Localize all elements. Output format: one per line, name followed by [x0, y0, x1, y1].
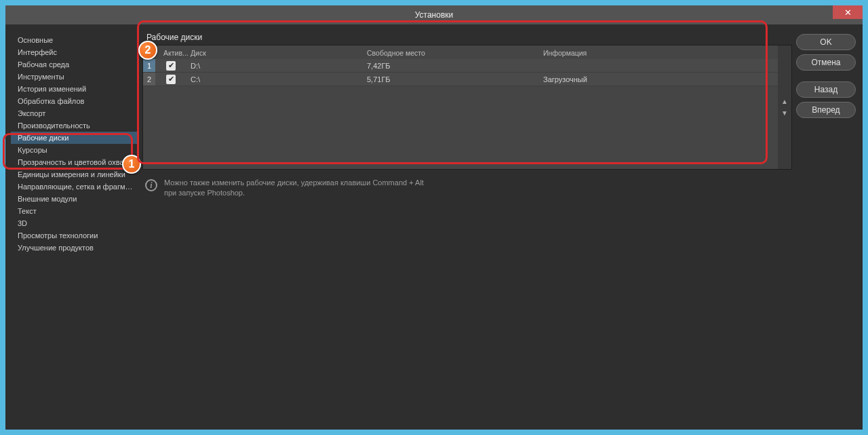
sidebar-item[interactable]: Текст [11, 205, 138, 217]
cancel-button[interactable]: Отмена [796, 54, 856, 71]
col-header-active[interactable]: Актив... [155, 49, 191, 57]
reorder-controls: ▲ ▼ [778, 45, 791, 169]
sidebar-item[interactable]: Улучшение продуктов [11, 242, 138, 254]
active-cell: ✔ [155, 61, 191, 71]
window-title: Установки [415, 10, 453, 20]
category-sidebar: ОсновныеИнтерфейсРабочая средаИнструмент… [11, 33, 138, 421]
sidebar-item[interactable]: Рабочая среда [11, 58, 138, 71]
sidebar-item[interactable]: Единицы измерения и линейки [11, 168, 138, 181]
sidebar-item[interactable]: Просмотры технологии [11, 229, 138, 242]
sidebar-item[interactable]: Обработка файлов [11, 95, 138, 107]
scratch-disks-panel: Актив... Диск Свободное место Информация… [142, 45, 792, 170]
col-header-free[interactable]: Свободное место [367, 49, 543, 57]
next-button[interactable]: Вперед [796, 102, 856, 118]
sidebar-item[interactable]: История изменений [11, 83, 138, 95]
content-area: ОсновныеИнтерфейсРабочая средаИнструмент… [5, 24, 863, 430]
sidebar-item[interactable]: Интерфейс [11, 46, 138, 58]
sidebar-item[interactable]: Прозрачность и цветовой охват [11, 156, 138, 168]
active-checkbox[interactable]: ✔ [166, 61, 176, 71]
sidebar-item[interactable]: Курсоры [11, 144, 138, 156]
sidebar-item[interactable]: Инструменты [11, 71, 138, 83]
sidebar-item[interactable]: Экспорт [11, 107, 138, 119]
col-header-info[interactable]: Информация [543, 49, 778, 57]
sidebar-item[interactable]: 3D [11, 217, 138, 229]
drive-cell: C:\ [191, 75, 367, 83]
ok-button[interactable]: OK [796, 34, 856, 50]
hint-text: Можно также изменить рабочие диски, удер… [164, 178, 424, 199]
sidebar-item[interactable]: Производительность [11, 119, 138, 132]
sidebar-item[interactable]: Рабочие диски [11, 132, 138, 144]
free-cell: 7,42ГБ [367, 62, 543, 70]
dialog-buttons: OK Отмена Назад Вперед [796, 33, 856, 421]
scratch-disks-table: Актив... Диск Свободное место Информация… [143, 45, 778, 169]
sidebar-item[interactable]: Внешние модули [11, 193, 138, 205]
free-cell: 5,71ГБ [367, 75, 543, 83]
titlebar: Установки ✕ [5, 5, 863, 24]
row-number: 1 [143, 59, 155, 72]
drive-cell: D:\ [191, 62, 367, 70]
table-row[interactable]: 2✔C:\5,71ГБЗагрузочный [143, 73, 778, 86]
close-icon: ✕ [844, 7, 852, 18]
table-header: Актив... Диск Свободное место Информация [143, 45, 778, 59]
col-header-drive[interactable]: Диск [191, 49, 367, 57]
hint-row: i Можно также изменить рабочие диски, уд… [142, 170, 792, 202]
info-cell: Загрузочный [543, 75, 778, 83]
panel-title: Рабочие диски [142, 33, 792, 45]
preferences-window: Установки ✕ ОсновныеИнтерфейсРабочая сре… [5, 5, 863, 430]
move-down-button[interactable]: ▼ [781, 109, 788, 117]
active-checkbox[interactable]: ✔ [166, 75, 176, 84]
active-cell: ✔ [155, 75, 191, 84]
prev-button[interactable]: Назад [796, 81, 856, 98]
move-up-button[interactable]: ▲ [781, 98, 788, 105]
main-panel: Рабочие диски Актив... Диск Свободное ме… [142, 33, 792, 421]
info-icon: i [145, 179, 157, 191]
sidebar-item[interactable]: Направляющие, сетка и фрагменты [11, 181, 138, 193]
table-row[interactable]: 1✔D:\7,42ГБ [143, 59, 778, 73]
row-number: 2 [143, 73, 155, 86]
close-button[interactable]: ✕ [833, 5, 863, 19]
sidebar-item[interactable]: Основные [11, 34, 138, 46]
